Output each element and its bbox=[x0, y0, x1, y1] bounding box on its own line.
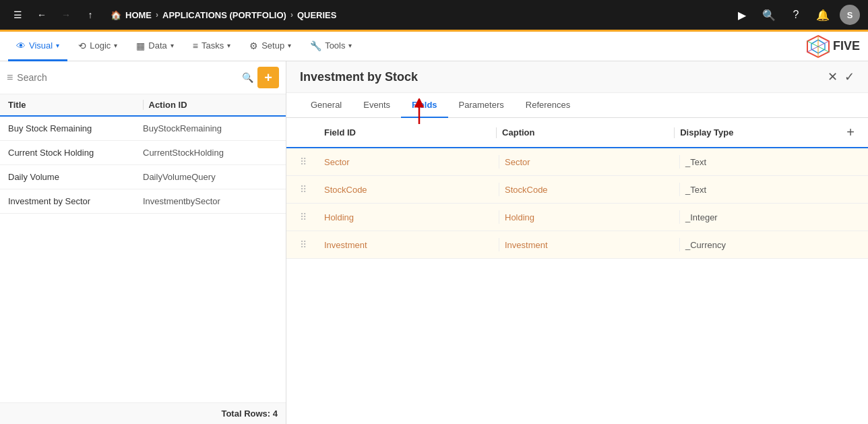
table-row[interactable]: ⠿ Holding Holding _Integer bbox=[286, 204, 868, 231]
field-id-cell: Investment bbox=[324, 240, 493, 250]
caption-cell: Holding bbox=[505, 212, 674, 222]
breadcrumb-apps[interactable]: APPLICATIONS (PORTFOLIO) bbox=[162, 10, 286, 20]
search-btn[interactable]: 🔍 bbox=[759, 5, 779, 25]
list-item[interactable]: Buy Stock Remaining BuyStockRemaining bbox=[0, 117, 286, 141]
help-btn[interactable]: ? bbox=[786, 5, 806, 25]
row-sep bbox=[499, 210, 499, 224]
play-btn[interactable]: ▶ bbox=[732, 5, 752, 25]
sidebar-header: Title Action ID bbox=[0, 94, 286, 117]
row-title: Investment by Sector bbox=[8, 196, 143, 206]
panel-tabs: General Events Fields Parameters Referen… bbox=[286, 93, 868, 118]
close-button[interactable]: ✕ bbox=[828, 69, 838, 84]
tab-tasks-label: Tasks bbox=[202, 40, 224, 51]
data-dropdown-icon: ▾ bbox=[170, 42, 174, 49]
menu-icon[interactable]: ☰ bbox=[8, 5, 27, 24]
drag-handle[interactable]: ⠿ bbox=[300, 184, 324, 195]
tab-visual[interactable]: 👁 Visual ▾ bbox=[8, 32, 67, 61]
list-item[interactable]: Investment by Sector InvestmentbySector bbox=[0, 189, 286, 214]
display-type-cell: _Text bbox=[685, 157, 855, 167]
tools-dropdown-icon: ▾ bbox=[348, 42, 352, 49]
tab-references[interactable]: References bbox=[515, 93, 581, 118]
row-sep bbox=[679, 155, 680, 169]
drag-handle[interactable]: ⠿ bbox=[300, 239, 324, 250]
breadcrumb-sep-1: › bbox=[156, 10, 158, 20]
list-item[interactable]: Current Stock Holding CurrentStockHoldin… bbox=[0, 141, 286, 165]
row-sep bbox=[679, 238, 680, 251]
forward-icon[interactable]: → bbox=[57, 5, 75, 24]
row-action-id: InvestmentbySector bbox=[143, 196, 278, 206]
panel-title: Investment by Stock bbox=[300, 70, 418, 84]
row-sep bbox=[679, 183, 680, 196]
tab-general[interactable]: General bbox=[300, 93, 352, 118]
table-row[interactable]: ⠿ Sector Sector _Text bbox=[286, 148, 868, 176]
breadcrumb: 🏠 HOME › APPLICATIONS (PORTFOLIO) › QUER… bbox=[111, 10, 336, 20]
fields-table-header: Field ID Caption Display Type + bbox=[286, 118, 868, 148]
tab-tasks[interactable]: ≡ Tasks ▾ bbox=[185, 32, 239, 61]
up-icon[interactable]: ↑ bbox=[81, 5, 100, 24]
five-logo-svg bbox=[806, 34, 830, 59]
row-action-id: BuyStockRemaining bbox=[143, 123, 278, 133]
back-icon[interactable]: ← bbox=[32, 5, 51, 24]
tab-tools[interactable]: 🔧 Tools ▾ bbox=[302, 32, 360, 61]
add-button[interactable]: + bbox=[257, 67, 279, 88]
th-caption: Caption bbox=[502, 127, 669, 138]
breadcrumb-home[interactable]: HOME bbox=[125, 10, 152, 20]
row-sep bbox=[499, 238, 499, 251]
five-logo: FIVE bbox=[806, 34, 860, 59]
th-field-id: Field ID bbox=[324, 127, 491, 138]
th-sep-2 bbox=[674, 127, 675, 138]
sidebar-search-bar: ≡ 🔍 + bbox=[0, 61, 286, 94]
search-input[interactable] bbox=[17, 72, 238, 83]
row-title: Current Stock Holding bbox=[8, 148, 143, 158]
panel-header-actions: ✕ ✓ bbox=[828, 69, 855, 84]
filter-icon: ≡ bbox=[7, 71, 13, 84]
display-type-cell: _Text bbox=[685, 185, 855, 195]
tab-tools-label: Tools bbox=[325, 40, 345, 51]
tab-parameters[interactable]: Parameters bbox=[448, 93, 515, 118]
tab-data-label: Data bbox=[148, 40, 166, 51]
setup-icon: ⚙ bbox=[249, 40, 258, 51]
breadcrumb-queries[interactable]: QUERIES bbox=[297, 10, 337, 20]
header-title: Title bbox=[8, 100, 137, 110]
breadcrumb-sep-2: › bbox=[290, 10, 293, 20]
sidebar-footer: Total Rows: 4 bbox=[0, 402, 286, 424]
tools-icon: 🔧 bbox=[310, 40, 321, 51]
tab-logic[interactable]: ⟲ Logic ▾ bbox=[70, 32, 125, 61]
confirm-button[interactable]: ✓ bbox=[844, 69, 855, 84]
sidebar: ≡ 🔍 + Title Action ID Buy Stock Remainin… bbox=[0, 61, 286, 424]
table-row[interactable]: ⠿ StockCode StockCode _Text bbox=[286, 176, 868, 204]
notification-btn[interactable]: 🔔 bbox=[813, 5, 833, 25]
tab-events[interactable]: Events bbox=[352, 93, 401, 118]
logic-dropdown-icon: ▾ bbox=[114, 42, 117, 49]
visual-dropdown-icon: ▾ bbox=[56, 42, 59, 49]
tab-fields[interactable]: Fields bbox=[401, 93, 448, 118]
list-item[interactable]: Daily Volume DailyVolumeQuery bbox=[0, 165, 286, 189]
table-row[interactable]: ⠿ Investment Investment _Currency bbox=[286, 231, 868, 259]
avatar[interactable]: S bbox=[840, 5, 860, 25]
panel-header: Investment by Stock ✕ ✓ bbox=[286, 61, 868, 93]
top-nav-left: ☰ ← → ↑ 🏠 HOME › APPLICATIONS (PORTFOLIO… bbox=[8, 5, 726, 24]
right-panel: Investment by Stock ✕ ✓ General Events F… bbox=[286, 61, 868, 424]
tab-data[interactable]: ▦ Data ▾ bbox=[128, 32, 181, 61]
row-action-id: DailyVolumeQuery bbox=[143, 172, 278, 182]
row-sep bbox=[679, 210, 680, 224]
header-action-id: Action ID bbox=[149, 100, 278, 110]
add-field-button[interactable]: + bbox=[846, 125, 855, 140]
th-display-type: Display Type bbox=[680, 127, 846, 138]
drag-handle[interactable]: ⠿ bbox=[300, 156, 324, 167]
field-id-cell: StockCode bbox=[324, 185, 493, 195]
row-sep bbox=[499, 183, 499, 196]
tab-setup[interactable]: ⚙ Setup ▾ bbox=[241, 32, 299, 61]
display-type-cell: _Integer bbox=[685, 212, 855, 222]
header-sep bbox=[143, 100, 144, 110]
row-title: Buy Stock Remaining bbox=[8, 123, 143, 133]
top-nav: ☰ ← → ↑ 🏠 HOME › APPLICATIONS (PORTFOLIO… bbox=[0, 0, 868, 30]
search-icon[interactable]: 🔍 bbox=[242, 72, 253, 83]
logic-icon: ⟲ bbox=[78, 40, 86, 51]
tab-setup-label: Setup bbox=[261, 40, 284, 51]
secondary-nav: 👁 Visual ▾ ⟲ Logic ▾ ▦ Data ▾ ≡ Tasks ▾ … bbox=[0, 32, 868, 61]
tasks-dropdown-icon: ▾ bbox=[227, 42, 230, 49]
row-action-id: CurrentStockHolding bbox=[143, 148, 278, 158]
tasks-icon: ≡ bbox=[193, 40, 198, 51]
drag-handle[interactable]: ⠿ bbox=[300, 212, 324, 222]
